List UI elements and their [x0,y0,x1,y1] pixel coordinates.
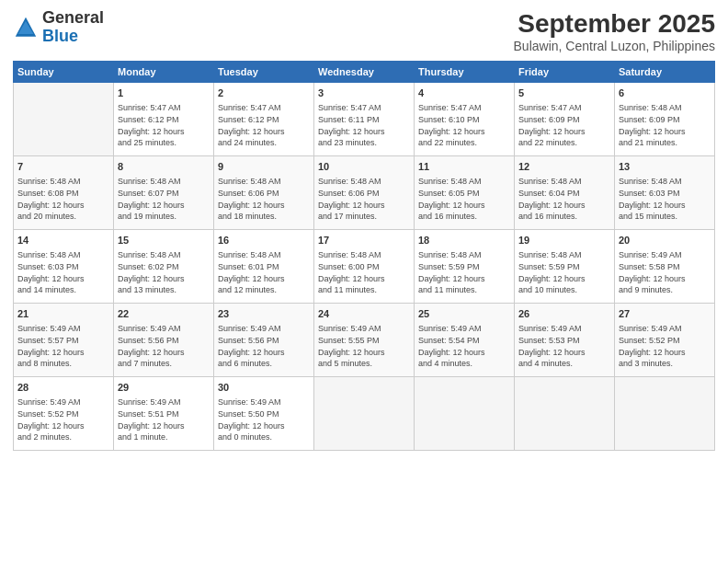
cell-info: Sunrise: 5:48 AM Sunset: 6:06 PM Dayligh… [318,176,410,222]
calendar-cell: 27Sunrise: 5:49 AM Sunset: 5:52 PM Dayli… [615,304,715,377]
cell-info: Sunrise: 5:47 AM Sunset: 6:12 PM Dayligh… [218,102,310,148]
page: General Blue September 2025 Bulawin, Cen… [0,0,728,563]
cell-info: Sunrise: 5:48 AM Sunset: 6:07 PM Dayligh… [118,176,210,222]
day-number: 30 [218,381,310,395]
week-row-1: 1Sunrise: 5:47 AM Sunset: 6:12 PM Daylig… [14,83,715,156]
col-header-wednesday: Wednesday [314,62,415,83]
cell-info: Sunrise: 5:49 AM Sunset: 5:58 PM Dayligh… [619,249,711,295]
day-number: 6 [619,86,711,100]
day-number: 10 [318,160,410,174]
calendar-cell: 16Sunrise: 5:48 AM Sunset: 6:01 PM Dayli… [214,230,314,304]
calendar-cell: 7Sunrise: 5:48 AM Sunset: 6:08 PM Daylig… [14,156,114,230]
day-number: 3 [318,86,410,100]
calendar-cell [14,83,114,156]
cell-info: Sunrise: 5:47 AM Sunset: 6:10 PM Dayligh… [418,102,510,148]
calendar-cell: 2Sunrise: 5:47 AM Sunset: 6:12 PM Daylig… [214,83,314,156]
col-header-friday: Friday [515,62,615,83]
calendar-cell: 30Sunrise: 5:49 AM Sunset: 5:50 PM Dayli… [214,377,314,451]
calendar-cell: 23Sunrise: 5:49 AM Sunset: 5:56 PM Dayli… [214,304,314,377]
calendar-cell: 11Sunrise: 5:48 AM Sunset: 6:05 PM Dayli… [415,156,515,230]
calendar-cell: 13Sunrise: 5:48 AM Sunset: 6:03 PM Dayli… [615,156,715,230]
cell-info: Sunrise: 5:49 AM Sunset: 5:54 PM Dayligh… [418,323,510,369]
cell-info: Sunrise: 5:49 AM Sunset: 5:51 PM Dayligh… [118,396,210,442]
day-number: 26 [518,307,610,321]
day-number: 20 [619,234,711,247]
cell-info: Sunrise: 5:48 AM Sunset: 6:03 PM Dayligh… [17,249,109,295]
cell-info: Sunrise: 5:47 AM Sunset: 6:09 PM Dayligh… [518,102,610,148]
calendar-cell: 26Sunrise: 5:49 AM Sunset: 5:53 PM Dayli… [515,304,615,377]
day-number: 7 [17,160,109,174]
logo: General Blue [13,9,104,46]
col-header-monday: Monday [114,62,214,83]
calendar-cell: 9Sunrise: 5:48 AM Sunset: 6:06 PM Daylig… [214,156,314,230]
calendar-cell: 1Sunrise: 5:47 AM Sunset: 6:12 PM Daylig… [114,83,214,156]
calendar-cell: 22Sunrise: 5:49 AM Sunset: 5:56 PM Dayli… [114,304,214,377]
week-row-3: 14Sunrise: 5:48 AM Sunset: 6:03 PM Dayli… [14,230,715,304]
calendar-cell: 15Sunrise: 5:48 AM Sunset: 6:02 PM Dayli… [114,230,214,304]
week-row-2: 7Sunrise: 5:48 AM Sunset: 6:08 PM Daylig… [14,156,715,230]
col-header-thursday: Thursday [415,62,515,83]
week-row-5: 28Sunrise: 5:49 AM Sunset: 5:52 PM Dayli… [14,377,715,451]
cell-info: Sunrise: 5:47 AM Sunset: 6:11 PM Dayligh… [318,102,410,148]
cell-info: Sunrise: 5:49 AM Sunset: 5:52 PM Dayligh… [17,396,109,442]
day-number: 27 [619,307,711,321]
cell-info: Sunrise: 5:48 AM Sunset: 6:04 PM Dayligh… [518,176,610,222]
logo-line1: General [42,8,104,27]
calendar-cell: 3Sunrise: 5:47 AM Sunset: 6:11 PM Daylig… [314,83,415,156]
calendar-cell: 19Sunrise: 5:48 AM Sunset: 5:59 PM Dayli… [515,230,615,304]
logo-icon [13,15,39,40]
day-number: 21 [17,307,109,321]
cell-info: Sunrise: 5:47 AM Sunset: 6:12 PM Dayligh… [118,102,210,148]
cell-info: Sunrise: 5:48 AM Sunset: 6:08 PM Dayligh… [17,176,109,222]
calendar-cell: 20Sunrise: 5:49 AM Sunset: 5:58 PM Dayli… [615,230,715,304]
calendar-cell [415,377,515,451]
col-header-saturday: Saturday [615,62,715,83]
day-number: 18 [418,234,510,247]
day-number: 19 [518,234,610,247]
cell-info: Sunrise: 5:49 AM Sunset: 5:53 PM Dayligh… [518,323,610,369]
day-number: 14 [17,234,109,247]
day-number: 24 [318,307,410,321]
title-block: September 2025 Bulawin, Central Luzon, P… [514,9,715,53]
day-number: 22 [118,307,210,321]
header-row: SundayMondayTuesdayWednesdayThursdayFrid… [14,62,715,83]
main-title: September 2025 [514,9,715,39]
calendar-cell: 17Sunrise: 5:48 AM Sunset: 6:00 PM Dayli… [314,230,415,304]
cell-info: Sunrise: 5:48 AM Sunset: 6:09 PM Dayligh… [619,102,711,148]
calendar-cell: 5Sunrise: 5:47 AM Sunset: 6:09 PM Daylig… [515,83,615,156]
day-number: 17 [318,234,410,247]
calendar-cell: 25Sunrise: 5:49 AM Sunset: 5:54 PM Dayli… [415,304,515,377]
calendar-cell: 12Sunrise: 5:48 AM Sunset: 6:04 PM Dayli… [515,156,615,230]
day-number: 13 [619,160,711,174]
cell-info: Sunrise: 5:49 AM Sunset: 5:52 PM Dayligh… [619,323,711,369]
cell-info: Sunrise: 5:49 AM Sunset: 5:50 PM Dayligh… [218,396,310,442]
calendar-cell: 14Sunrise: 5:48 AM Sunset: 6:03 PM Dayli… [14,230,114,304]
cell-info: Sunrise: 5:48 AM Sunset: 6:02 PM Dayligh… [118,249,210,295]
day-number: 29 [118,381,210,395]
day-number: 9 [218,160,310,174]
calendar-cell [515,377,615,451]
day-number: 15 [118,234,210,247]
cell-info: Sunrise: 5:48 AM Sunset: 5:59 PM Dayligh… [518,249,610,295]
cell-info: Sunrise: 5:49 AM Sunset: 5:56 PM Dayligh… [218,323,310,369]
day-number: 16 [218,234,310,247]
day-number: 25 [418,307,510,321]
day-number: 28 [17,381,109,395]
day-number: 2 [218,86,310,100]
day-number: 11 [418,160,510,174]
calendar-table: SundayMondayTuesdayWednesdayThursdayFrid… [13,61,715,451]
day-number: 1 [118,86,210,100]
calendar-cell [314,377,415,451]
col-header-tuesday: Tuesday [214,62,314,83]
logo-text: General Blue [42,9,104,46]
day-number: 5 [518,86,610,100]
calendar-cell [615,377,715,451]
calendar-cell: 6Sunrise: 5:48 AM Sunset: 6:09 PM Daylig… [615,83,715,156]
calendar-cell: 10Sunrise: 5:48 AM Sunset: 6:06 PM Dayli… [314,156,415,230]
day-number: 8 [118,160,210,174]
day-number: 4 [418,86,510,100]
cell-info: Sunrise: 5:48 AM Sunset: 6:05 PM Dayligh… [418,176,510,222]
calendar-cell: 29Sunrise: 5:49 AM Sunset: 5:51 PM Dayli… [114,377,214,451]
cell-info: Sunrise: 5:48 AM Sunset: 6:00 PM Dayligh… [318,249,410,295]
logo-line2: Blue [42,27,78,45]
